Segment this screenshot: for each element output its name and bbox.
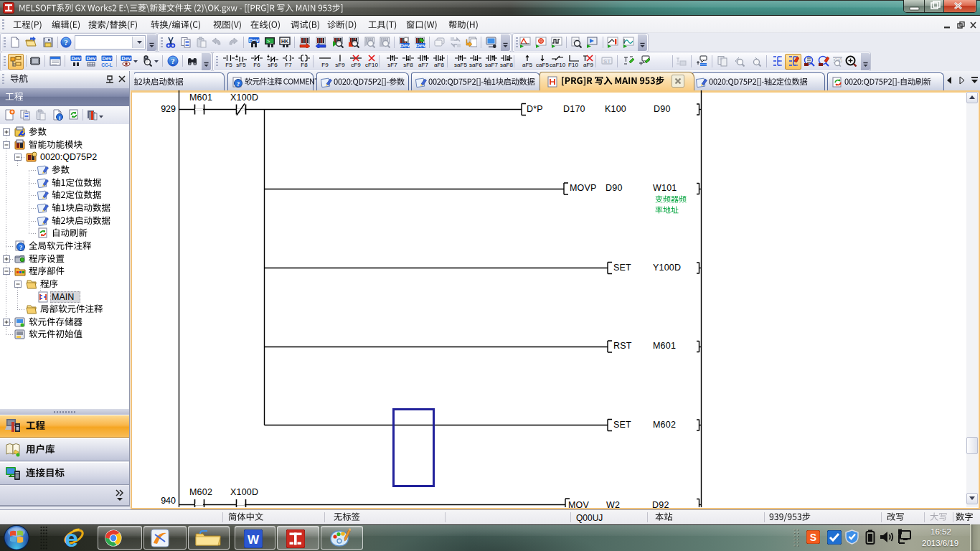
svg-text:Dev: Dev [400,42,410,48]
svg-text:Dev: Dev [103,56,112,61]
svg-text:i: i [59,115,60,121]
svg-text:ST: ST [603,58,611,65]
svg-text:S: S [810,532,816,543]
svg-text:W: W [248,533,260,547]
svg-text:?: ? [19,244,23,251]
svg-text:HK: HK [281,39,288,44]
svg-text:e: e [65,524,78,551]
svg-text:?: ? [64,38,68,47]
svg-text:Dev: Dev [416,42,425,48]
svg-text:Dev: Dev [72,56,81,61]
svg-text:?: ? [171,57,175,65]
svg-text:Dev: Dev [87,56,96,61]
svg-text:Dev: Dev [122,56,131,61]
svg-text:?: ? [237,80,240,88]
svg-text:CC-L: CC-L [101,62,113,67]
svg-text:>_: >_ [267,39,273,44]
